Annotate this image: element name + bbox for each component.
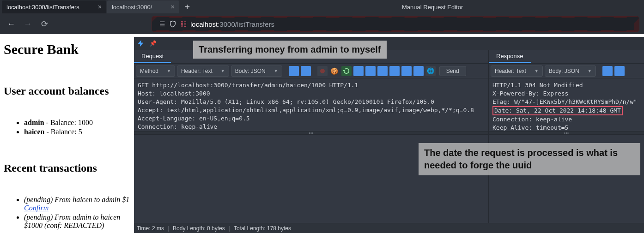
page-content: Secure Bank User account balances admin … xyxy=(0,34,134,233)
annotation: The date the request is processed is wha… xyxy=(419,143,640,175)
toolbar-button[interactable] xyxy=(365,66,376,76)
replay-button[interactable] xyxy=(341,66,352,76)
close-icon[interactable]: × xyxy=(170,3,174,11)
status-total-length: Total Length: 178 bytes xyxy=(234,225,291,232)
response-pane: Response Header: Text▼ Body: JSON▼ HTTP/… xyxy=(489,50,644,223)
toolbar-button[interactable] xyxy=(353,66,364,76)
record-button[interactable] xyxy=(317,66,328,76)
url-text: localhost:3000/listTransfers xyxy=(190,20,274,28)
status-body-length: Body Length: 0 bytes xyxy=(173,225,225,232)
zap-logo-icon xyxy=(137,39,145,48)
balances-list: admin - Balance: 1000 haicen - Balance: … xyxy=(4,119,130,136)
splitter[interactable]: ••• xyxy=(489,131,644,135)
confirm-link[interactable]: Confirm xyxy=(24,204,49,212)
header-view-dropdown[interactable]: Header: Text▼ xyxy=(491,66,543,77)
shield-icon[interactable] xyxy=(169,20,176,28)
tab-title: localhost:3000/listTransfers xyxy=(6,4,79,11)
toolbar-button[interactable] xyxy=(389,66,400,76)
layout-button[interactable] xyxy=(289,66,299,76)
transactions-heading: Recent transactions xyxy=(4,162,130,174)
request-text[interactable]: GET http://localhost:3000/transfer/admin… xyxy=(134,78,488,131)
annotation: Transferring money from admin to myself xyxy=(193,41,387,59)
response-toolbar: Header: Text▼ Body: JSON▼ xyxy=(489,64,644,78)
body-view-dropdown[interactable]: Body: JSON▼ xyxy=(231,66,282,77)
tab-response[interactable]: Response xyxy=(489,50,531,63)
splitter[interactable]: ••• xyxy=(134,131,488,135)
zap-window-title: Manual Request Editor xyxy=(402,4,463,11)
insecure-lock-icon[interactable]: ⛓ xyxy=(180,20,187,28)
request-pane: Request Method▼ Header: Text▼ Body: JSON… xyxy=(134,50,489,223)
transactions-list: (pending) From haicen to admin $1 Confir… xyxy=(4,196,130,230)
method-dropdown[interactable]: Method▼ xyxy=(136,66,175,77)
layout-button[interactable] xyxy=(301,66,311,76)
browser-nav-bar: ← → ⟳ ☰ ⛓ localhost:3000/listTransfers xyxy=(0,14,644,34)
browser-tab-bar: localhost:3000/listTransfers × localhost… xyxy=(0,0,644,14)
layout-button[interactable] xyxy=(614,66,625,76)
balances-heading: User account balances xyxy=(4,85,130,97)
list-item: haicen - Balance: 5 xyxy=(24,128,130,136)
header-view-dropdown[interactable]: Header: Text▼ xyxy=(177,66,229,77)
close-icon[interactable]: × xyxy=(98,3,102,11)
pin-icon[interactable]: 📌 xyxy=(150,40,157,47)
status-bar: Time: 2 ms| Body Length: 0 bytes| Total … xyxy=(134,223,644,233)
cookie-button[interactable]: 🍪 xyxy=(329,66,340,76)
tab-title: localhost:3000/ xyxy=(112,4,152,11)
list-item: (pending) From haicen to admin $1 Confir… xyxy=(24,196,130,212)
request-toolbar: Method▼ Header: Text▼ Body: JSON▼ 🍪 🌐 Se… xyxy=(134,64,488,78)
toolbar-button[interactable] xyxy=(413,66,424,76)
toolbar-button[interactable] xyxy=(377,66,388,76)
forward-button: → xyxy=(21,18,34,30)
toolbar-button[interactable]: 🌐 xyxy=(425,66,436,76)
toolbar-button[interactable] xyxy=(401,66,412,76)
page-title: Secure Bank xyxy=(4,42,130,57)
browser-tab[interactable]: localhost:3000/ × xyxy=(107,0,179,13)
status-time: Time: 2 ms xyxy=(137,225,164,232)
body-view-dropdown[interactable]: Body: JSON▼ xyxy=(545,66,596,77)
back-button[interactable]: ← xyxy=(5,18,18,30)
permissions-icon[interactable]: ☰ xyxy=(159,20,165,28)
new-tab-button[interactable]: + xyxy=(180,2,195,12)
list-item: (pending) From admin to haicen $1000 (co… xyxy=(24,213,130,230)
tab-request[interactable]: Request xyxy=(134,50,171,63)
response-date-line: Date: Sat, 22 Oct 2022 14:18:48 GMT xyxy=(492,106,623,115)
response-text[interactable]: HTTP/1.1 304 Not Modified X-Powered-By: … xyxy=(489,78,644,131)
browser-tab[interactable]: localhost:3000/listTransfers × xyxy=(2,0,106,13)
reload-button[interactable]: ⟳ xyxy=(38,18,51,30)
list-item: admin - Balance: 1000 xyxy=(24,119,130,127)
layout-button[interactable] xyxy=(602,66,613,76)
send-button[interactable]: Send xyxy=(439,66,466,76)
zap-panel: 📌 Request Method▼ Header: Text▼ Body: JS… xyxy=(134,37,644,233)
url-bar[interactable]: ☰ ⛓ localhost:3000/listTransfers xyxy=(152,16,639,32)
